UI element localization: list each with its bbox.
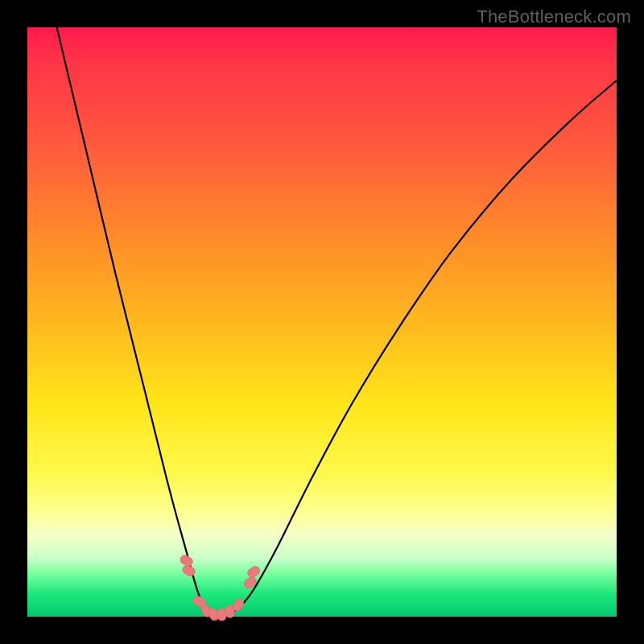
valley-marker <box>181 564 196 577</box>
bottleneck-curve-path <box>57 27 617 616</box>
valley-markers <box>179 554 262 622</box>
outer-frame: TheBottleneck.com <box>0 0 644 644</box>
plot-area <box>27 27 617 617</box>
watermark-text: TheBottleneck.com <box>477 6 631 27</box>
chart-svg <box>27 27 617 617</box>
valley-marker <box>217 608 226 621</box>
valley-marker <box>246 564 261 579</box>
